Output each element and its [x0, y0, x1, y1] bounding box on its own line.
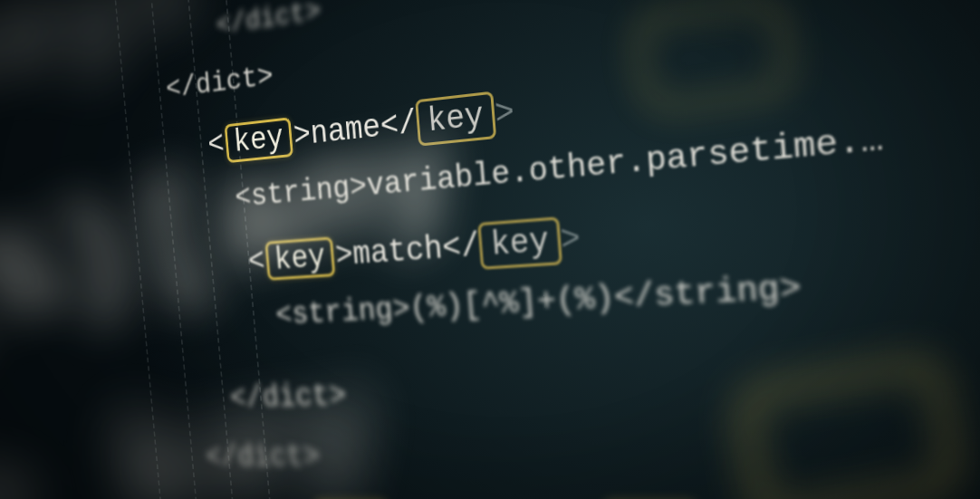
code-text: >match</ [334, 227, 481, 274]
code-line-2: </dict> [165, 59, 274, 105]
key-highlight-box: key [224, 117, 293, 163]
code-text: </dict> [205, 439, 322, 475]
code-line-6: <string>(%)[^%]+(%)</string> [274, 269, 802, 333]
code-text: </dict> [165, 59, 274, 105]
key-highlight-box: key [478, 216, 562, 269]
code-text: >name</ [293, 105, 418, 155]
code-text: <string>(%)[^%]+(%)</string> [274, 269, 802, 333]
code-line-7: </dict> [229, 379, 349, 417]
key-highlight-box: key [415, 91, 497, 147]
code-text: </dict> [215, 0, 322, 42]
code-line-1: </dict> [215, 0, 322, 42]
code-text: > [559, 220, 581, 260]
code-text: > [494, 93, 516, 134]
code-line-3: < key >name</ key > [207, 89, 516, 168]
key-highlight-box: key [264, 236, 336, 281]
code-text: < [207, 127, 226, 164]
code-text: </dict> [229, 379, 349, 417]
code-text: < [247, 244, 266, 280]
code-line-5: < key >match</ key > [246, 216, 582, 284]
code-line-8: </dict> [205, 439, 322, 475]
